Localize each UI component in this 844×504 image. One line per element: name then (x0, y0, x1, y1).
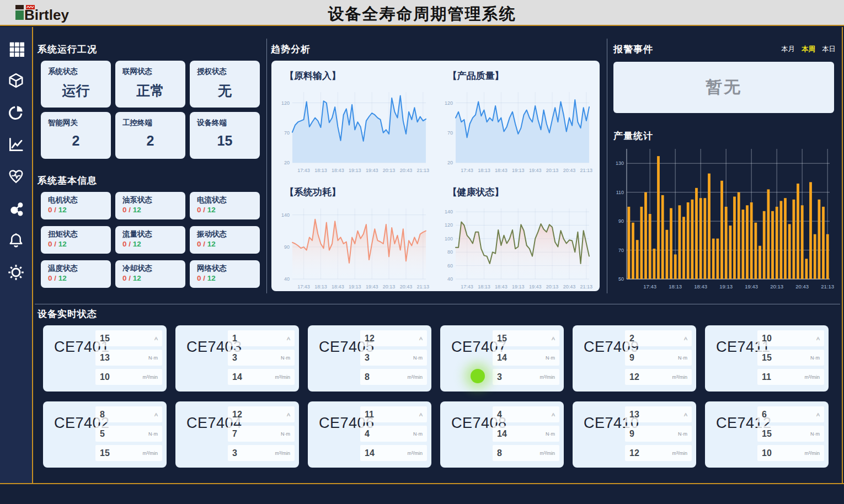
alarm-tab-本周[interactable]: 本周 (802, 45, 815, 53)
device-metric-value: 8 (100, 410, 105, 420)
device-metric-row: 4 A (493, 406, 559, 422)
device-metric-unit: A (684, 412, 687, 417)
device-card-CE7408[interactable]: CE7408 4 A 14 N·m 8 m³/min (440, 401, 564, 468)
line-chart-icon[interactable] (8, 136, 24, 153)
svg-text:18:13: 18:13 (314, 284, 327, 289)
svg-text:17:43: 17:43 (461, 168, 473, 173)
info-card-label: 电流状态 (197, 195, 253, 205)
info-card-label: 油泵状态 (122, 195, 178, 205)
bell-icon[interactable] (8, 232, 24, 249)
alarm-tab-本日[interactable]: 本日 (822, 45, 836, 53)
device-card-CE7409[interactable]: CE7409 2 A 9 N·m 12 m³/min (573, 325, 696, 392)
molecule-icon[interactable] (8, 200, 24, 217)
device-metric-row: 12 m³/min (625, 369, 692, 385)
svg-text:40: 40 (447, 276, 452, 282)
svg-text:110: 110 (616, 190, 624, 195)
device-card-CE7411[interactable]: CE7411 10 A 15 N·m 11 m³/min (705, 325, 829, 392)
section-title-trend: 趋势分析 (271, 43, 311, 56)
svg-text:19:13: 19:13 (349, 168, 361, 173)
system-status-cards: 系统状态 运行 联网状态 正常 授权状态 无 智能网关 2 工控终端 2 设备终… (41, 61, 260, 159)
device-metric-value: 7 (232, 429, 237, 439)
device-metric-unit: N·m (148, 431, 158, 437)
device-metric-row: 13 N·m (95, 350, 162, 366)
device-card-CE7402[interactable]: CE7402 8 A 5 N·m 15 m³/min (43, 401, 167, 468)
device-metric-row: 12 A (228, 406, 295, 422)
device-metric-value: 12 (232, 410, 242, 420)
svg-text:19:13: 19:13 (719, 283, 733, 289)
svg-text:21:13: 21:13 (417, 284, 430, 289)
info-card-label: 网络状态 (197, 264, 253, 274)
svg-text:90: 90 (284, 244, 290, 250)
trend-chart-health: 【健康状态】 140 120 100 80 60 40 17:43 18:13 … (436, 179, 599, 296)
device-metric-unit: A (419, 412, 423, 417)
device-metric-unit: N·m (810, 431, 820, 437)
device-metric-value: 10 (762, 448, 772, 458)
device-metric-unit: m³/min (408, 451, 423, 456)
device-metric-row: 1 A (228, 330, 295, 346)
device-metric-unit: N·m (413, 431, 423, 437)
device-metric-value: 10 (100, 372, 110, 382)
device-card-CE7406[interactable]: CE7406 11 A 4 N·m 14 m³/min (308, 401, 431, 468)
device-card-CE7412[interactable]: CE7412 6 A 15 N·m 10 m³/min (705, 401, 829, 468)
alarm-tab-本月[interactable]: 本月 (781, 45, 795, 53)
cube-icon[interactable] (8, 72, 24, 89)
device-metric-unit: A (154, 336, 158, 341)
svg-text:17:43: 17:43 (297, 168, 310, 173)
device-metrics: 15 A 13 N·m 10 m³/min (95, 330, 162, 388)
device-metric-value: 12 (629, 372, 639, 382)
info-card-ratio: 0 / 12 (48, 240, 104, 248)
device-metric-row: 3 N·m (360, 350, 427, 366)
device-metric-row: 7 N·m (228, 426, 295, 442)
status-card: 工控终端 2 (115, 112, 185, 159)
device-metric-value: 9 (629, 429, 634, 439)
divider-left (266, 39, 267, 293)
device-metrics: 12 A 7 N·m 3 m³/min (228, 406, 295, 464)
trend-chart-product-quality: 【产品质量】 120 70 20 17:43 18:13 18:43 19:13… (436, 63, 599, 179)
status-card-value: 正常 (122, 82, 178, 100)
device-card-CE7401[interactable]: CE7401 15 A 13 N·m 10 m³/min (43, 325, 167, 392)
device-metrics: 12 A 3 N·m 8 m³/min (360, 330, 427, 388)
device-card-CE7407[interactable]: CE7407 15 A 14 N·m 3 m³/min (440, 325, 564, 392)
device-metric-value: 12 (629, 448, 639, 458)
device-metric-value: 10 (762, 334, 772, 344)
svg-text:20: 20 (447, 160, 452, 165)
device-metric-row: 11 A (360, 406, 427, 422)
device-metric-unit: A (552, 336, 555, 341)
device-metric-value: 1 (232, 334, 237, 344)
device-metric-unit: N·m (546, 355, 555, 361)
device-metric-unit: N·m (810, 355, 820, 361)
info-card-label: 流量状态 (122, 229, 178, 239)
svg-text:19:43: 19:43 (745, 283, 758, 289)
device-metric-unit: A (154, 412, 158, 417)
device-metric-row: 6 A (757, 406, 824, 422)
device-metric-value: 11 (365, 410, 374, 420)
section-title-system-info: 系统基本信息 (38, 174, 97, 187)
device-metric-row: 12 m³/min (625, 445, 692, 461)
svg-text:100: 100 (444, 236, 452, 242)
device-metric-value: 13 (629, 410, 639, 420)
device-card-CE7405[interactable]: CE7405 12 A 3 N·m 8 m³/min (308, 325, 431, 392)
device-metric-value: 8 (365, 372, 370, 382)
health-pulse-icon[interactable] (8, 168, 24, 185)
gear-icon[interactable] (8, 264, 24, 281)
device-metric-row: 3 m³/min (228, 445, 295, 461)
section-title-production: 产量统计 (613, 130, 653, 142)
device-metric-row: 15 N·m (757, 426, 824, 442)
device-metric-unit: m³/min (672, 451, 688, 456)
device-card-CE7403[interactable]: CE7403 1 A 3 N·m 14 m³/min (175, 325, 299, 392)
svg-text:19:13: 19:13 (512, 284, 525, 289)
apps-grid-icon[interactable] (8, 40, 24, 57)
device-metric-unit: N·m (281, 431, 290, 437)
info-card: 电机状态 0 / 12 (41, 192, 111, 219)
svg-text:40: 40 (284, 276, 290, 282)
device-metric-row: 15 A (95, 330, 162, 346)
svg-text:18:13: 18:13 (478, 168, 490, 173)
device-metrics: 6 A 15 N·m 10 m³/min (757, 406, 824, 464)
pie-chart-icon[interactable] (8, 104, 24, 121)
svg-text:20:13: 20:13 (383, 168, 396, 173)
device-card-CE7404[interactable]: CE7404 12 A 7 N·m 3 m³/min (175, 401, 299, 468)
device-card-CE7410[interactable]: CE7410 13 A 9 N·m 12 m³/min (573, 401, 696, 468)
device-metric-row: 11 m³/min (757, 369, 824, 385)
svg-text:20:43: 20:43 (795, 283, 809, 289)
svg-text:18:13: 18:13 (314, 168, 327, 173)
